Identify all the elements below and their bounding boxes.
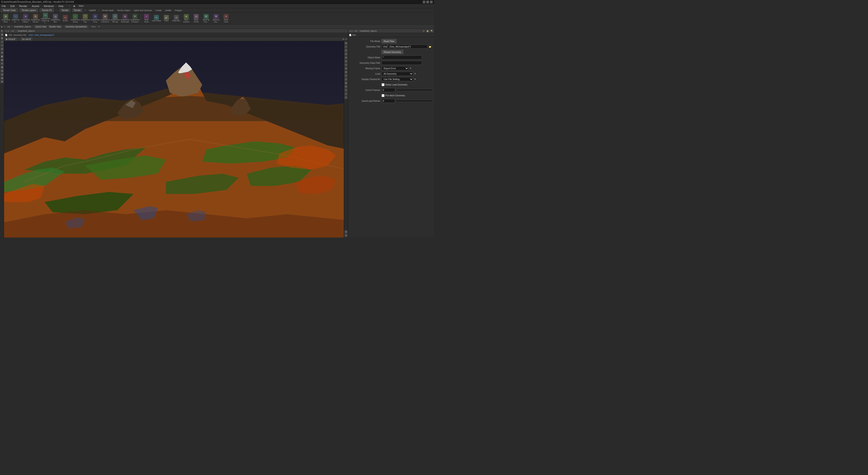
object-mask-input[interactable] [381,55,422,59]
vp-right-icon-3[interactable]: ⊡ [344,49,348,52]
vp-nav-back[interactable]: ◁ [5,30,6,32]
left-tool-11[interactable]: ⊠ [0,66,4,69]
vp-right-icon-1[interactable]: ⊞ [344,41,348,45]
left-tool-12[interactable]: ⊡ [0,69,4,72]
vp-right-icon-17[interactable]: ⊞ [344,230,348,233]
prefetch-checkbox[interactable] [381,94,384,97]
tool-pattern[interactable]: ≋ HeightField Pattern [21,14,30,23]
vp-right-icon-6[interactable]: ◎ [344,60,348,63]
geo-file-icon[interactable]: 📁 [429,46,431,48]
window-controls[interactable]: _ □ × [423,1,433,3]
left-tool-8[interactable]: ◐ [0,55,4,58]
tool-clip[interactable]: ⊤ HeightField Clip [81,14,90,23]
left-tool-13[interactable]: ◎ [0,73,4,76]
secondary-toolbar: ◈ ▷ obj / heightfield_object1 Scene View… [0,24,434,29]
close-btn[interactable]: × [430,1,433,3]
left-tool-7[interactable]: ✦ [0,51,4,54]
left-tool-select[interactable]: ↖ [0,29,4,33]
vp-right-icon-14[interactable]: ⊤ [344,89,348,92]
delay-load-checkbox[interactable] [381,83,384,86]
rp-nav-back[interactable]: ◁ [349,30,350,32]
menu-render[interactable]: Render [18,5,28,7]
maximize-btn[interactable]: □ [426,1,429,3]
cache-frames-input[interactable] [381,88,395,92]
tool-blur[interactable]: ◎ HeightField Blur [51,14,60,23]
left-tool-6[interactable]: ↻ [0,48,4,51]
vp-right-icon-18[interactable]: ⊡ [344,234,348,237]
left-tool-2[interactable]: ⊕ [0,33,4,36]
render-view-btn[interactable]: Render View [49,25,62,28]
vp-right-icon-8[interactable]: ☰ [344,67,348,70]
read-files-btn[interactable]: Read Files [381,39,397,43]
tool-erode[interactable]: ⊂ Erode [61,15,70,22]
tool-resample[interactable]: ⊞ HeightField Resample [120,14,130,23]
tool-transform[interactable]: ⊠ HeightField Transform [100,14,110,23]
display-packed-select[interactable]: Use File Setting Full Geometry [381,77,413,81]
modify-label: Modify [165,9,171,11]
vp-icon-1[interactable]: ⊞ [342,38,344,40]
left-tool-10[interactable]: ✂ [0,62,4,65]
vp-right-icon-5[interactable]: ⊗ [344,56,348,59]
vp-right-icon-9[interactable]: ⊠ [344,70,348,74]
tool-distort-l[interactable]: 〜 HeightField Distort by L... [41,13,50,24]
tool-heightfield-none[interactable]: ⊞ Heightfield None [1,14,10,23]
reload-geometry-btn[interactable]: Reload Geometry [381,50,403,54]
geo-data-path-input[interactable] [381,61,422,65]
vp-icon-2[interactable]: ⊡ [345,38,347,40]
geometry-file-input[interactable] [381,44,428,49]
cache-frames-slider[interactable] [396,89,432,91]
menu-help[interactable]: Help [57,5,64,7]
vp-right-icon-12[interactable]: ◐ [344,82,348,85]
tool-mask-blur[interactable]: ⊙ Mask Blur [172,15,181,22]
geometry-spreadsheet-btn[interactable]: Geometry Spreadsheet [65,25,88,28]
terrain-layers-tab[interactable]: Terrain Layers [20,8,38,12]
menu-file[interactable]: File [1,5,7,7]
rp-icon-lock[interactable]: 🔒 [426,30,429,32]
scene-view-btn[interactable]: Scene View [35,25,47,28]
vp-right-icon-4[interactable]: ⊕ [344,53,348,56]
tool-distort-n[interactable]: 〰 Distort by N... [11,14,20,23]
left-tool-14[interactable]: ⊗ [0,77,4,80]
tool-mask-noise[interactable]: ≈ Mask Noise [142,14,151,23]
tool-mask-by-obj[interactable]: M Mask by Obj... [211,14,221,23]
tool-mask-expand[interactable]: ⊕ Mask Expand [182,14,191,23]
vp-right-icon-15[interactable]: ↗ [344,92,348,95]
terrain-tools-tab[interactable]: Terrain Tools [1,8,18,12]
tool-paint[interactable]: 🖌 Paint [162,15,171,22]
terrain-fit-tab[interactable]: Terrain Fit [40,8,54,12]
load-select[interactable]: All Geometry Points Only [381,72,413,76]
tool-mask-shrink[interactable]: ⊖ Mask Shrink [191,14,201,23]
left-tool-15[interactable]: ✕ [0,80,4,83]
vp-right-icon-11[interactable]: ✦ [344,78,348,81]
nocam-btn[interactable]: No cam▼ [21,37,32,41]
tool-visualize[interactable]: 👁 HeightField Visualize [130,14,140,23]
tool-mask-clear[interactable]: ✕ Mask Clear [221,14,231,23]
left-tool-9[interactable]: ⊞ [0,58,4,61]
left-tool-4[interactable]: ↔ [0,40,4,43]
missing-frame-select[interactable]: Report Error Ignore [381,66,409,70]
tool-slump[interactable]: ⌣ HeightField Slump [70,14,80,23]
menu-windows[interactable]: Windows [43,5,55,7]
save-load-input[interactable] [381,99,395,103]
left-tool-3[interactable]: ⊗ [0,37,4,40]
tool-terrace[interactable]: ⊟ HeightField Terrace [31,14,40,23]
rp-icon-zoom[interactable]: 🔍 [431,30,433,32]
rp-nav-fwd[interactable]: ▷ [351,30,353,32]
vp-nav-fwd[interactable]: ▷ [8,30,9,32]
minimize-btn[interactable]: _ [423,1,426,3]
vp-right-icon-13[interactable]: ⊟ [344,85,348,88]
tool-draw-mask[interactable]: ✏ Draw Mask [152,15,161,22]
left-tool-5[interactable]: ↕ [0,44,4,47]
save-load-slider[interactable] [396,100,432,102]
vp-right-icon-2[interactable]: ↔ [344,45,348,49]
menu-edit[interactable]: Edit [9,5,16,7]
tool-remap[interactable]: ↗ HeightField Remap [110,14,120,23]
persp-btn[interactable]: ▶ Persp▼ [5,37,17,41]
menu-assets[interactable]: Assets [31,5,40,7]
tool-mask-by-fea[interactable]: M Mask by Fea... [202,14,211,23]
vp-right-icon-10[interactable]: ↻ [344,74,348,77]
rp-icon-gear[interactable]: ⚙ [423,30,425,32]
vp-right-icon-7[interactable]: ✕ [344,63,348,66]
vp-right-icon-16[interactable]: ℹ [344,96,348,99]
tool-crop[interactable]: ⊡ HeightField Crop [90,14,100,23]
